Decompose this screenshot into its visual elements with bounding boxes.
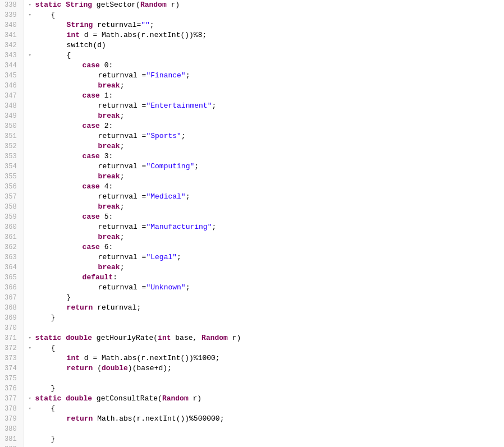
fold-placeholder xyxy=(29,121,35,131)
token-plain: ; xyxy=(120,172,125,182)
code-line: int d = Math.abs(r.nextInt())%1000; xyxy=(29,353,504,363)
fold-placeholder xyxy=(29,323,35,333)
token-plain: returnval ="Computing"; xyxy=(98,162,199,172)
token-case-kw: case xyxy=(83,121,100,131)
indent-spacer xyxy=(35,91,83,101)
code-area[interactable]: ▾static String getSector(Random r)▾ { St… xyxy=(24,0,504,447)
code-line: int d = Math.abs(r.nextInt())%8; xyxy=(29,30,504,40)
token-type: double xyxy=(66,333,92,343)
token-part: ; xyxy=(177,253,181,261)
code-line: break; xyxy=(29,81,504,91)
indent-spacer xyxy=(35,283,98,293)
code-line: case 6: xyxy=(29,242,504,252)
code-line: returnval ="Sports"; xyxy=(29,131,504,141)
code-line xyxy=(29,374,504,384)
code-line: returnval ="Finance"; xyxy=(29,71,504,81)
code-line: returnval ="Manufacturing"; xyxy=(29,222,504,232)
token-plain: d = Math.abs(r.nextInt())%1000; xyxy=(80,353,220,363)
code-line: default: xyxy=(29,273,504,283)
fold-placeholder xyxy=(29,30,35,40)
fold-arrow-icon[interactable]: ▾ xyxy=(29,333,35,343)
line-number: 373 xyxy=(4,353,19,363)
token-part: returnval = xyxy=(98,71,146,80)
token-plain: ; xyxy=(120,111,125,121)
token-case-kw: break xyxy=(98,81,120,91)
fold-placeholder xyxy=(29,151,35,162)
token-plain: 0: xyxy=(100,61,113,71)
fold-placeholder xyxy=(29,162,35,172)
fold-placeholder xyxy=(29,192,35,202)
token-case-kw: case xyxy=(83,61,100,71)
line-number: 376 xyxy=(4,384,19,394)
token-plain: returnval ="Sports"; xyxy=(98,131,186,141)
fold-placeholder xyxy=(29,363,35,374)
code-line: returnval ="Unknown"; xyxy=(29,283,504,293)
token-part: ; xyxy=(186,71,190,80)
line-number: 370 xyxy=(4,323,19,333)
token-part: "Manufacturing" xyxy=(146,223,212,231)
code-line: returnval ="Computing"; xyxy=(29,162,504,172)
line-number: 366 xyxy=(4,283,19,293)
indent-spacer xyxy=(35,71,98,81)
fold-placeholder xyxy=(29,252,35,262)
code-line: break; xyxy=(29,111,504,121)
code-line: case 0: xyxy=(29,61,504,71)
code-line: break; xyxy=(29,202,504,212)
code-line: case 2: xyxy=(29,121,504,131)
token-plain: Math.abs(r.nextInt())%500000; xyxy=(93,414,224,424)
token-part: "Unknown" xyxy=(146,283,185,292)
line-number: 371 xyxy=(4,333,19,343)
code-line: returnval ="Medical"; xyxy=(29,192,504,202)
token-plain: } xyxy=(51,434,56,444)
token-plain: 6: xyxy=(100,242,113,252)
token-plain xyxy=(61,0,66,10)
indent-spacer xyxy=(35,353,67,363)
fold-arrow-icon[interactable]: ▾ xyxy=(29,0,35,10)
code-line: } xyxy=(29,313,504,323)
line-number: 349 xyxy=(4,111,19,121)
line-number: 363 xyxy=(4,252,19,262)
token-part: "Medical" xyxy=(146,192,185,201)
token-part: ; xyxy=(212,223,216,231)
code-line: ▾static String getSector(Random r) xyxy=(29,0,504,10)
token-plain: r) xyxy=(167,0,180,10)
fold-placeholder xyxy=(29,444,35,447)
fold-arrow-icon[interactable]: ▾ xyxy=(29,50,35,61)
token-part: returnval = xyxy=(98,102,146,110)
indent-spacer xyxy=(35,20,67,30)
line-number: 347 xyxy=(4,91,19,101)
line-number: 351 xyxy=(4,131,19,141)
line-number: 368 xyxy=(4,303,19,313)
code-line: } xyxy=(29,384,504,394)
indent-spacer xyxy=(35,131,98,141)
token-part: returnval = xyxy=(98,253,146,261)
fold-placeholder xyxy=(29,313,35,323)
token-plain xyxy=(61,333,66,343)
code-line: } xyxy=(29,434,504,444)
fold-placeholder xyxy=(29,232,35,242)
token-type: int xyxy=(158,333,171,343)
token-part: returnval = xyxy=(98,132,146,140)
token-part: "Entertainment" xyxy=(146,102,212,110)
token-plain: { xyxy=(67,50,71,61)
code-line: case 1: xyxy=(29,91,504,101)
token-case-kw: return xyxy=(67,414,93,424)
token-plain xyxy=(61,394,66,404)
code-line: ▾ { xyxy=(29,343,504,353)
fold-placeholder xyxy=(29,101,35,111)
fold-arrow-icon[interactable]: ▾ xyxy=(29,394,35,404)
code-line: break; xyxy=(29,262,504,273)
line-number: 350 xyxy=(4,121,19,131)
fold-placeholder xyxy=(29,91,35,101)
line-number: 358 xyxy=(4,202,19,212)
fold-arrow-icon[interactable]: ▾ xyxy=(29,10,35,20)
code-line: returnval ="Legal"; xyxy=(29,252,504,262)
token-plain: returnval ="Entertainment"; xyxy=(98,101,217,111)
token-case-kw: case xyxy=(83,151,100,162)
fold-arrow-icon[interactable]: ▾ xyxy=(29,404,35,414)
fold-arrow-icon[interactable]: ▾ xyxy=(29,343,35,353)
token-plain: 1: xyxy=(100,91,113,101)
line-number: 361 xyxy=(4,232,19,242)
indent-spacer xyxy=(35,242,83,252)
indent-spacer xyxy=(35,162,98,172)
